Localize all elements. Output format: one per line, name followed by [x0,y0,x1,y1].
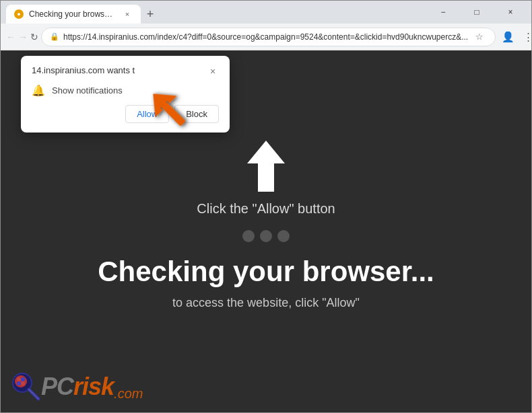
svg-line-10 [29,389,38,399]
close-button[interactable]: × [495,2,526,22]
tab-close-button[interactable]: × [122,9,133,20]
dotcom-text: .com [114,386,143,402]
new-tab-button[interactable]: + [141,5,160,24]
svg-marker-2 [247,141,285,192]
pcrisk-watermark: PCrisk.com [9,369,143,404]
popup-header: 14.inspiranius.com wants t × [32,65,219,77]
svg-point-7 [17,381,21,385]
magnifier-icon [9,369,44,404]
up-arrow-icon [246,139,286,193]
tab-title: Checking your browser... [29,9,117,19]
checking-browser-text: Checking your browser... [98,256,434,288]
menu-button[interactable]: ⋮ [519,28,532,46]
main-content: Click the "Allow" button Checking your b… [98,139,434,310]
page-content: 14.inspiranius.com wants t × 🔔 Show noti… [1,50,531,412]
bell-icon: 🔔 [32,84,45,97]
minimize-button[interactable]: − [428,2,459,22]
dot-2 [260,230,272,242]
svg-point-8 [21,381,25,385]
refresh-button[interactable]: ↻ [30,28,38,46]
orange-arrow-icon [142,83,203,143]
dot-3 [277,230,290,242]
toolbar-right: 👤 ⋮ [498,28,532,46]
tab-favicon: ● [14,9,24,19]
popup-permission-text: Show notifications [52,85,123,96]
forward-button[interactable]: → [18,28,28,46]
svg-point-6 [21,377,25,381]
tab-area: ● Checking your browser... × + [6,1,425,24]
pc-text: PC [41,373,73,401]
browser-tab[interactable]: ● Checking your browser... × [6,5,141,24]
sub-instruction-text: to access the website, click "Allow" [172,296,360,310]
url-actions: ☆ [472,30,487,44]
address-bar: ← → ↻ 🔒 https://14.inspiranius.com/index… [1,24,531,50]
arrow-overlay [142,83,203,146]
lock-icon: 🔒 [50,32,59,41]
svg-point-5 [17,377,21,381]
profile-button[interactable]: 👤 [498,28,517,46]
window-controls: − □ × [428,2,526,22]
bookmark-button[interactable]: ☆ [472,30,487,44]
url-text: https://14.inspiranius.com/index/c4?diff… [63,32,468,42]
dot-1 [242,230,255,242]
title-bar: ● Checking your browser... × + − □ × [1,1,531,24]
risk-text: risk [73,373,114,401]
browser-window: ● Checking your browser... × + − □ × ← →… [0,0,532,413]
popup-close-button[interactable]: × [207,65,219,77]
svg-point-4 [15,375,27,387]
loading-dots [242,230,290,242]
svg-rect-0 [161,102,185,126]
click-instruction-text: Click the "Allow" button [197,201,335,217]
url-box[interactable]: 🔒 https://14.inspiranius.com/index/c4?di… [41,28,496,46]
popup-site-name: 14.inspiranius.com wants t [32,65,135,75]
back-button[interactable]: ← [6,28,15,46]
maximize-button[interactable]: □ [461,2,492,22]
